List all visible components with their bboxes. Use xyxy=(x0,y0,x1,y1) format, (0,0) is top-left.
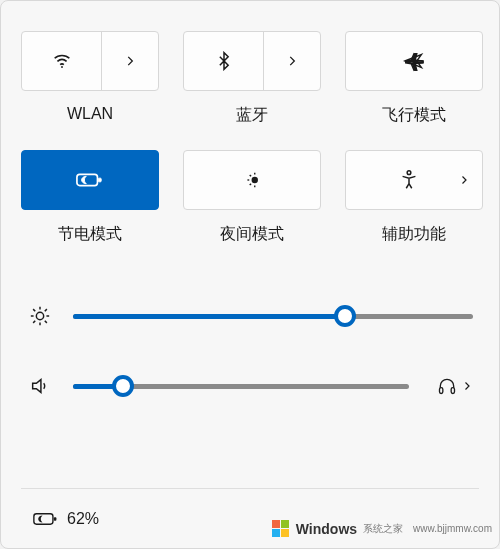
wlan-tile-expand[interactable] xyxy=(102,32,158,90)
accessibility-tile[interactable] xyxy=(345,150,483,210)
battery-saver-status-icon xyxy=(33,510,59,528)
battery-status[interactable]: 62% xyxy=(33,510,99,528)
battery-saver-icon xyxy=(76,170,104,190)
bluetooth-tile-toggle[interactable] xyxy=(184,32,264,90)
svg-point-3 xyxy=(252,177,258,183)
volume-row xyxy=(27,375,473,397)
accessibility-icon xyxy=(398,169,420,191)
volume-icon xyxy=(27,375,53,397)
battery-saver-tile[interactable] xyxy=(21,150,159,210)
windows-logo-icon xyxy=(272,520,289,537)
bluetooth-tile[interactable] xyxy=(183,31,321,91)
svg-point-0 xyxy=(61,66,63,68)
night-light-label: 夜间模式 xyxy=(220,224,284,245)
watermark-url: www.bjjmmw.com xyxy=(413,523,492,534)
svg-line-20 xyxy=(33,321,35,323)
airplane-label: 飞行模式 xyxy=(382,105,446,126)
chevron-right-icon xyxy=(123,54,137,68)
tiles-row-2: 节电模式 夜间模式 辅助功能 xyxy=(21,150,479,245)
volume-slider[interactable] xyxy=(73,375,409,397)
airplane-tile[interactable] xyxy=(345,31,483,91)
airplane-icon xyxy=(403,50,425,72)
svg-rect-2 xyxy=(98,178,101,182)
accessibility-label: 辅助功能 xyxy=(382,224,446,245)
sliders-section xyxy=(21,305,479,397)
brightness-icon xyxy=(27,305,53,327)
wlan-label: WLAN xyxy=(67,105,113,123)
battery-percent-text: 62% xyxy=(67,510,99,528)
headphones-icon xyxy=(437,376,457,396)
watermark-brand: Windows xyxy=(296,521,357,537)
quick-settings-panel: WLAN 蓝牙 飞行模式 节电模式 xyxy=(0,0,500,549)
brightness-slider[interactable] xyxy=(73,305,473,327)
wlan-tile[interactable] xyxy=(21,31,159,91)
svg-point-13 xyxy=(36,312,43,319)
svg-rect-25 xyxy=(54,517,57,520)
svg-line-19 xyxy=(45,321,47,323)
watermark-subtitle: 系统之家 xyxy=(363,522,403,536)
brightness-row xyxy=(27,305,473,327)
tiles-row-1: WLAN 蓝牙 飞行模式 xyxy=(21,31,479,126)
svg-rect-23 xyxy=(451,388,454,394)
svg-point-12 xyxy=(407,171,411,175)
svg-line-8 xyxy=(250,175,251,176)
battery-saver-label: 节电模式 xyxy=(58,224,122,245)
watermark: Windows 系统之家 www.bjjmmw.com xyxy=(272,520,492,537)
chevron-right-icon xyxy=(285,54,299,68)
bluetooth-icon xyxy=(214,51,234,71)
svg-rect-1 xyxy=(77,174,98,185)
chevron-right-icon xyxy=(461,380,473,392)
svg-line-10 xyxy=(250,184,251,185)
chevron-right-icon xyxy=(458,174,470,186)
svg-line-18 xyxy=(33,309,35,311)
wlan-tile-toggle[interactable] xyxy=(22,32,102,90)
audio-output-expand[interactable] xyxy=(437,376,473,396)
bluetooth-tile-expand[interactable] xyxy=(264,32,320,90)
status-bar: 62% xyxy=(21,488,479,548)
night-light-icon xyxy=(241,169,263,191)
svg-line-21 xyxy=(45,309,47,311)
bluetooth-label: 蓝牙 xyxy=(236,105,268,126)
svg-rect-24 xyxy=(34,513,53,523)
wifi-icon xyxy=(51,50,73,72)
svg-rect-22 xyxy=(440,388,443,394)
night-light-tile[interactable] xyxy=(183,150,321,210)
